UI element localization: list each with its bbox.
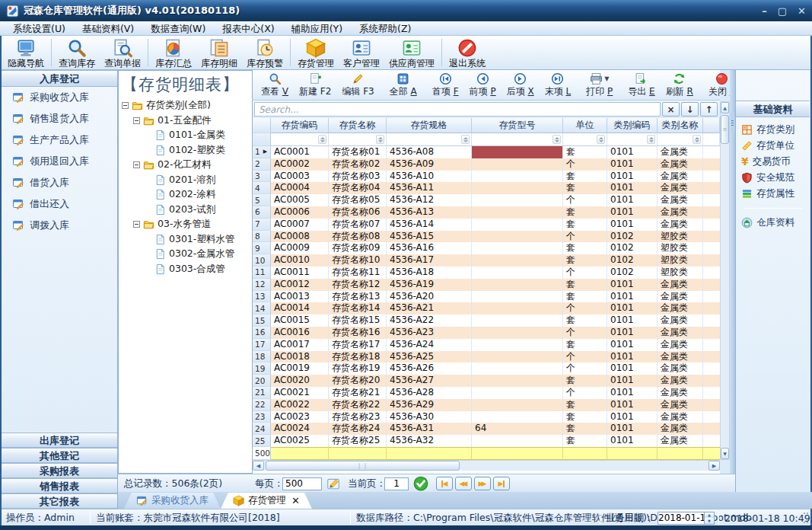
cell[interactable]: 0101 [607,291,658,303]
cell[interactable]: 金属类 [658,351,703,363]
scroll-up-icon[interactable]: ▲ [721,102,729,113]
cell[interactable]: AC0004 [271,182,329,194]
nav-group-其他登记[interactable]: 其他登记 [2,448,117,463]
cell[interactable] [472,242,563,254]
tree-collapse-icon[interactable] [122,102,129,109]
cell[interactable]: 存货名称19 [329,362,387,375]
cell[interactable]: 个 [563,351,607,363]
cell[interactable]: 0101 [607,411,658,423]
table-row[interactable]: 5AC0005存货名称054536-A12个0101金属类 [253,194,720,206]
biz-date-input[interactable] [658,512,705,525]
table-row[interactable]: 16AC0016存货名称164536-A23个0101金属类 [253,327,720,339]
cell[interactable]: 金属类 [658,375,703,387]
scroll-down-icon[interactable]: ▼ [721,448,729,459]
cell[interactable] [472,411,563,423]
table-row[interactable]: 4AC0004存货名称044536-A11套0101金属类 [253,182,720,194]
cell[interactable] [472,291,563,303]
cell[interactable]: 塑胶类 [658,254,703,267]
cell[interactable] [472,351,563,363]
cell[interactable]: 0101 [607,302,658,314]
table-row[interactable]: 24AC0024存货名称244536-A3164套0101金属类 [253,423,720,435]
nav-group-采购报表[interactable]: 采购报表 [2,463,117,478]
filter-spin-icon[interactable] [693,135,701,144]
cell[interactable]: 存货名称14 [329,302,387,314]
table-row[interactable]: 15AC0015存货名称154536-A22套0101金属类 [253,314,720,327]
cell[interactable]: 存货名称23 [329,411,387,423]
cell[interactable]: 0102 [607,267,658,279]
cell[interactable] [472,435,563,447]
menu-item-5[interactable]: 辅助应用(Y) [283,21,351,36]
cell[interactable]: 金属类 [658,302,703,314]
cell[interactable]: AC0002 [271,158,329,171]
filter-spin-icon[interactable] [461,135,470,144]
cell[interactable]: 存货名称13 [329,291,387,303]
table-row[interactable]: 13AC0013存货名称134536-A20套0101金属类 [253,291,720,303]
nav-group-其它报表[interactable]: 其它报表 [2,493,117,509]
grid-toolbar-button-new[interactable]: 新建 F2 [294,70,336,100]
cell[interactable]: 套 [563,219,607,231]
table-row[interactable]: 9AC0009存货名称094536-A16套0102塑胶类 [253,242,720,254]
per-page-input[interactable] [282,477,322,490]
cell[interactable]: 4536-A19 [387,279,472,291]
cell[interactable]: 0101 [607,435,658,447]
cell[interactable]: 4536-A18 [387,267,472,279]
grid-toolbar-button-print[interactable]: ▼打印 P [581,70,618,100]
table-row[interactable]: 1▶AC0001存货名称014536-A08套0101金属类 [253,146,720,158]
grid-toolbar-button-nav-last[interactable]: 末项 L [540,70,577,100]
cell[interactable]: 套 [563,171,607,183]
date-spinner[interactable]: ▲▼ [705,512,715,525]
panel-splitter[interactable] [730,70,735,474]
cell[interactable]: 0101 [607,219,658,231]
grid-toolbar-button-view[interactable]: 查看 V [256,70,294,100]
cell[interactable]: 4536-A14 [387,219,472,231]
cell[interactable]: 存货名称04 [329,182,387,194]
cell[interactable]: 个 [563,158,607,171]
cell[interactable]: AC0017 [271,339,329,351]
cell[interactable]: 个 [563,231,607,243]
edit-per-page-icon[interactable] [326,474,340,493]
cell[interactable]: 存货名称17 [329,339,387,351]
cell[interactable]: 0101 [607,387,658,399]
filter-spin-icon[interactable] [318,135,326,144]
cell[interactable]: 套 [563,291,607,303]
cell[interactable]: 套 [563,146,607,158]
maximize-button[interactable]: ▢ [778,5,787,17]
cell[interactable]: 4536-A31 [387,423,472,435]
table-row[interactable]: 22AC0022存货名称224536-A29套0101金属类 [253,399,720,411]
cell[interactable] [472,254,563,267]
cell[interactable]: 个 [563,387,607,399]
filter-spin-icon[interactable] [552,135,561,144]
spinner-down-icon[interactable]: ▼ [705,518,714,524]
toolbar-button-supplier[interactable]: 供应商管理 [384,36,439,69]
cell[interactable]: 存货名称09 [329,242,387,254]
cell[interactable]: 个 [563,362,607,375]
cell[interactable]: AC0011 [271,267,329,279]
cell[interactable]: AC0025 [271,435,329,447]
search-up-button[interactable]: ↑ [700,102,718,117]
column-header-存货规格[interactable]: 存货规格 [387,118,472,133]
right-panel-header[interactable]: 基础资料 [736,101,810,117]
toolbar-button-clock-doc[interactable]: 库存预警 [242,36,288,69]
grid-toolbar-button-nav-next[interactable]: 后项 X [502,70,540,100]
table-row[interactable]: 7AC0007存货名称074536-A14套0101金属类 [253,219,720,231]
cell[interactable] [472,182,563,194]
cell[interactable]: 存货名称20 [329,375,387,387]
cell[interactable]: 金属类 [658,158,703,171]
go-page-icon[interactable] [413,474,428,493]
table-row[interactable]: 25AC0025存货名称254536-A32套0101金属类 [253,435,720,447]
tree-node-0302-金属水管[interactable]: 0302-金属水管 [119,247,252,262]
cell[interactable]: 0101 [607,171,658,183]
cell[interactable]: AC0008 [271,231,329,243]
filter-spin-icon[interactable] [376,135,384,144]
right-panel-item-存货属性[interactable]: 存货属性 [736,186,810,202]
table-row[interactable]: 12AC0012存货名称124536-A19套0101金属类 [253,279,720,291]
cell[interactable]: 金属类 [658,399,703,411]
cell[interactable]: 存货名称22 [329,399,387,411]
table-row[interactable]: 6AC0006存货名称064536-A13套0101金属类 [253,206,720,219]
cell[interactable] [472,194,563,206]
sidebar-item-借货入库[interactable]: 借货入库 [2,172,117,193]
column-header-存货名称[interactable]: 存货名称 [329,118,387,133]
cell[interactable]: 套 [563,399,607,411]
spinner-up-icon[interactable]: ▲ [705,512,714,519]
cell[interactable]: 金属类 [658,423,703,435]
